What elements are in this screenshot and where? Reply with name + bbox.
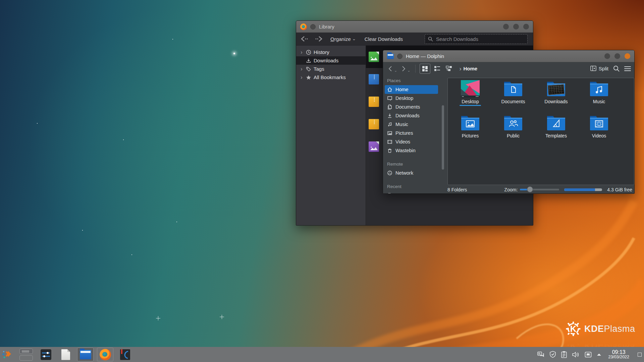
wallpaper-star [123,139,124,140]
toolbar-separator [415,65,416,73]
archive-file-yellow-icon [369,97,379,107]
folder-icon [503,81,523,97]
text-document-launcher[interactable] [57,348,74,361]
show-desktop-button[interactable] [637,349,642,360]
digital-clock[interactable]: 09:13 23/03/2022 [608,349,629,360]
sidebar-item-tags[interactable]: › Tags [296,65,366,73]
close-button[interactable] [625,53,630,59]
maximize-button[interactable] [614,53,620,59]
titlebar-pin-button[interactable] [310,24,316,29]
titlebar-pin-button[interactable] [397,54,402,59]
taskbar-dolphin-task[interactable] [77,348,94,361]
place-documents[interactable]: Documents [385,103,438,111]
history-caret-icon[interactable]: ⌄ [394,69,397,72]
clear-downloads-button[interactable]: Clear Downloads [365,36,403,42]
place-recent-files[interactable]: Recent Files [385,191,438,193]
wallpaper-star [131,254,132,255]
folder-icon [461,115,480,131]
folder-item-public[interactable]: Public [492,114,535,146]
place-music[interactable]: Music [385,120,438,129]
clipboard-tray-icon[interactable] [561,351,567,358]
ebook-reader-launcher[interactable] [117,348,133,361]
maximize-button[interactable] [513,24,519,29]
sidebar-item-downloads[interactable]: Downloads [296,56,366,65]
archive-file-blue-icon [369,74,379,84]
history-caret-icon[interactable]: ⌄ [407,69,410,72]
minimize-button[interactable] [604,53,610,59]
place-home[interactable]: Home [385,85,438,94]
system-settings-launcher[interactable] [38,348,54,361]
folder-view: Desktop Documents [447,78,634,185]
wallpaper-star [82,230,83,231]
folder-label: Public [507,133,520,138]
expander-icon[interactable]: › [300,67,304,71]
library-toolbar: Organize ⌄ Clear Downloads [296,33,533,46]
tag-icon [306,66,311,72]
sidebar-item-all-bookmarks[interactable]: › All Bookmarks [296,73,366,81]
icons-view-button[interactable] [420,64,430,74]
place-wastebin[interactable]: Wastebin [385,146,438,155]
expander-icon[interactable]: › [300,75,304,79]
folder-icon [589,115,609,131]
search-icon [428,37,433,42]
window-title: Library [319,24,334,29]
menu-button[interactable] [624,66,631,71]
sidebar-item-label: Downloads [314,58,338,63]
expand-tray-icon[interactable] [596,353,602,357]
sidebar-item-history[interactable]: › History [296,48,366,56]
search-button[interactable] [613,65,620,72]
place-downloads[interactable]: Downloads [385,111,438,120]
back-button[interactable]: ⌄ [386,65,398,72]
taskbar-firefox-task[interactable] [97,348,113,361]
downloads-icon [387,113,392,118]
zoom-slider-knob[interactable] [527,186,533,192]
organize-menu-button[interactable]: Organize ⌄ [330,36,356,42]
desktop-1[interactable] [19,349,33,354]
image-glyph [370,56,378,60]
wallpaper-star [176,222,177,222]
forward-button[interactable]: ⌄ [399,65,411,72]
taskbar: 09:13 23/03/2022 [0,347,644,362]
forward-button[interactable] [314,36,323,42]
back-button[interactable] [300,36,309,42]
breadcrumb-home[interactable]: Home [463,66,477,71]
zoom-slider[interactable] [520,189,559,190]
folder-item-music[interactable]: Music [578,80,621,112]
place-pictures[interactable]: Pictures [385,129,438,137]
sidebar-item-label: History [314,49,329,55]
folder-item-downloads[interactable]: Downloads [535,80,578,112]
folder-icon [503,115,523,131]
minimize-button[interactable] [503,24,509,29]
system-settings-icon [41,349,51,360]
folder-item-videos[interactable]: Videos [578,114,621,146]
close-button[interactable] [523,24,529,29]
security-shield-tray-icon[interactable] [549,351,556,358]
search-downloads-input[interactable] [435,36,524,42]
place-videos[interactable]: Videos [385,137,438,146]
folder-item-pictures[interactable]: Pictures [449,114,492,146]
details-view-button[interactable] [432,64,442,74]
volume-tray-icon[interactable] [572,351,580,358]
firefox-app-icon [300,23,307,30]
folder-item-templates[interactable]: Templates [535,114,578,146]
virtual-desktop-pager[interactable] [19,349,33,361]
folder-item-desktop[interactable]: Desktop [449,80,492,112]
places-scrollbar[interactable] [442,105,444,170]
notifications-tray-icon[interactable] [537,351,545,358]
desktop-2[interactable] [19,355,33,361]
network-tray-icon[interactable] [584,351,592,358]
app-launcher-button[interactable] [1,348,15,361]
place-desktop[interactable]: Desktop [385,94,438,103]
split-view-button[interactable]: Split [590,66,608,71]
star-icon [306,75,311,80]
tree-view-button[interactable] [444,64,454,74]
expander-icon[interactable]: › [300,50,304,54]
place-network[interactable]: Network [385,169,438,177]
dolphin-titlebar[interactable]: Home — Dolphin [383,50,634,62]
search-downloads-field[interactable] [425,34,528,44]
firefox-titlebar[interactable]: Library [296,21,533,33]
folder-item-documents[interactable]: Documents [492,80,535,112]
music-icon [387,122,392,127]
wastebin-icon [387,148,392,153]
breadcrumb[interactable]: › Home [459,66,477,71]
